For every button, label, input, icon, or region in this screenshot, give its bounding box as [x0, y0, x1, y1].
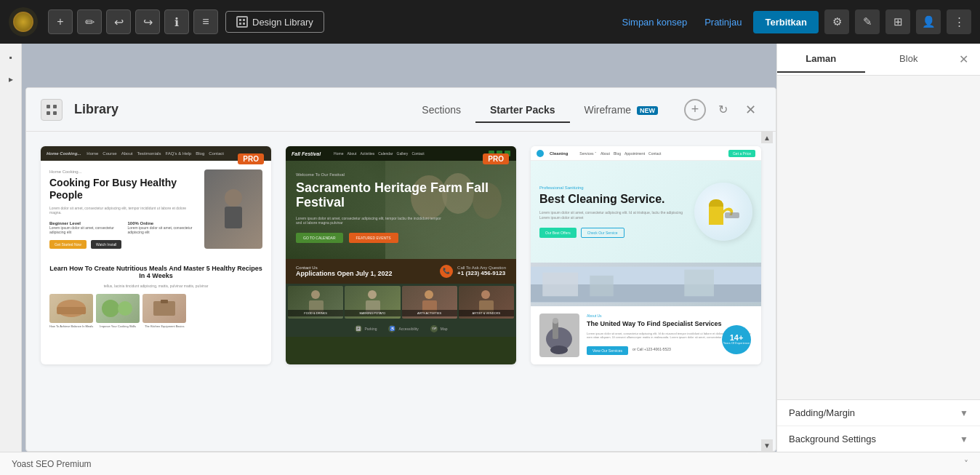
- right-panel: Laman Blok ✕ Padding/Margin ▼ Background…: [776, 44, 980, 452]
- festival-footer: 🅿 Parking ♿ Accessibility 🗺 Map: [286, 321, 516, 337]
- card-hero-left: Home Cooking... Cooking For Busy Healthy…: [49, 169, 198, 249]
- settings-button[interactable]: ⚙: [824, 9, 849, 34]
- cleaning-nav-cta[interactable]: Get a Price: [728, 150, 755, 157]
- card-body: Lorem dolor sit amet, consectetur adipis…: [49, 206, 198, 215]
- tab-starter-packs[interactable]: Starter Packs: [475, 98, 570, 123]
- tab-page[interactable]: Laman: [777, 46, 865, 73]
- add-block-button[interactable]: +: [48, 9, 73, 34]
- panel-bottom-sections: Padding/Margin ▼ Background Settings ▼: [777, 399, 980, 452]
- pen-tool-button[interactable]: ✏: [77, 9, 102, 34]
- redo-button[interactable]: ↪: [135, 9, 160, 34]
- padding-margin-chevron: ▼: [960, 408, 968, 418]
- festival-contact-right: 📞 Call To Ask Any Question +1 (323) 456-…: [440, 265, 506, 278]
- card-hero-buttons: Get Started Now Watch Install: [49, 240, 198, 249]
- glove-image: [694, 183, 752, 241]
- library-header: Library Sections Starter Packs Wireframe…: [26, 88, 776, 132]
- gallery-item-3: ARTS ACTIVITIES: [402, 286, 457, 319]
- card-hero: Home Cooking... Cooking For Busy Healthy…: [41, 161, 271, 258]
- svg-point-35: [553, 318, 558, 324]
- festival-brand: Fall Festival: [292, 151, 321, 156]
- library-close-button[interactable]: ✕: [739, 99, 761, 121]
- svg-rect-9: [225, 207, 242, 228]
- template-card-festival[interactable]: PRO Fall Festival Home About Activities …: [286, 146, 516, 364]
- cleaning-title: Best Cleaning Service.: [539, 193, 688, 206]
- bg-settings-section[interactable]: Background Settings ▼: [777, 426, 980, 452]
- tab-wireframe[interactable]: Wireframe NEW: [570, 98, 672, 123]
- card-btn-started[interactable]: Get Started Now: [49, 240, 87, 249]
- yoast-toggle[interactable]: ˅: [964, 459, 968, 469]
- list-button[interactable]: ≡: [193, 9, 218, 34]
- card-s2-images: How To Achieve Balance In Meals Improve …: [49, 294, 262, 328]
- festival-phone: Call To Ask Any Question +1 (323) 456-91…: [457, 266, 506, 276]
- card-nav: Home Cooking... HomeCourseAboutTestimoni…: [41, 146, 271, 161]
- right-panel-tabs: Laman Blok ✕: [777, 44, 980, 76]
- cleaning-hero-left: Professional Sanitizing Best Cleaning Se…: [539, 185, 688, 238]
- logo-icon: [13, 12, 33, 32]
- cleaning-s2-cta[interactable]: View Our Services: [587, 346, 628, 355]
- festival-nav-links: Home About Activities Calendar Gallery C…: [334, 151, 425, 156]
- gallery-label-2: MARKING POTATO: [345, 310, 400, 316]
- scroll-up-button[interactable]: ▲: [761, 132, 773, 143]
- svg-point-25: [481, 290, 490, 299]
- library-refresh-button[interactable]: ↻: [712, 99, 734, 121]
- festival-hero: Welcome To Our Festival Sacramento Herit…: [286, 161, 516, 259]
- cleaning-nav-links: Services ˅ About Blog Appointment Contac…: [579, 151, 661, 156]
- svg-rect-4: [47, 105, 50, 108]
- undo-button[interactable]: ↩: [106, 9, 131, 34]
- info-button[interactable]: ℹ: [164, 9, 189, 34]
- footer-accessibility: ♿ Accessibility: [388, 325, 418, 332]
- svg-rect-32: [684, 270, 714, 297]
- card-s2-body: tellus, lacinia tincidunt adipiscing, ma…: [49, 284, 262, 288]
- user-button[interactable]: 👤: [916, 9, 941, 34]
- site-logo[interactable]: [9, 7, 38, 36]
- publish-button[interactable]: Terbitkan: [753, 11, 819, 33]
- svg-rect-11: [57, 307, 86, 314]
- festival-contact: Contact Us Applications Open July 1, 202…: [286, 259, 516, 284]
- library-content[interactable]: PRO Home Cooking... HomeCourseAboutTesti…: [26, 132, 776, 451]
- cleaning-logo: [537, 150, 544, 157]
- svg-rect-31: [590, 276, 614, 296]
- design-library-button[interactable]: Design Library: [225, 11, 324, 33]
- footer-map: 🗺 Map: [430, 325, 448, 332]
- festival-btn-events[interactable]: FEATURED EVENTS: [349, 233, 398, 243]
- editor-button[interactable]: ✎: [855, 9, 880, 34]
- library-add-button[interactable]: +: [684, 99, 706, 121]
- save-draft-button[interactable]: Simpan konsep: [616, 14, 694, 31]
- panel-icon-1[interactable]: ▪: [3, 49, 19, 65]
- card-brand: Home Cooking...: [47, 151, 81, 156]
- svg-rect-7: [53, 111, 57, 115]
- right-panel-close-button[interactable]: ✕: [952, 49, 974, 71]
- cleaning-body: Lorem ipsum dolor sit amet, consectetur …: [539, 210, 688, 220]
- svg-rect-0: [239, 19, 241, 21]
- svg-point-12: [102, 300, 119, 317]
- cleaning-btn-service[interactable]: Check Our Service: [581, 228, 624, 238]
- tab-block[interactable]: Blok: [865, 46, 953, 73]
- scroll-down-button[interactable]: ▼: [761, 439, 773, 451]
- more-options-button[interactable]: ⋮: [947, 9, 971, 34]
- festival-nav: Fall Festival Home About Activities Cale…: [286, 146, 516, 161]
- cleaning-buttons: Our Best Offers Check Our Service: [539, 228, 688, 238]
- padding-margin-section[interactable]: Padding/Margin ▼: [777, 400, 980, 426]
- festival-buttons: GO TO CALENDAR FEATURED EVENTS: [296, 233, 506, 243]
- template-card-cleaning[interactable]: Cleaning Services ˅ About Blog Appointme…: [531, 146, 761, 364]
- library-modal: Library Sections Starter Packs Wireframe…: [25, 87, 776, 452]
- cleaning-subtitle: Professional Sanitizing: [539, 185, 688, 190]
- cleaning-room-image: [531, 263, 761, 306]
- editor-left-panel: ▪ ▸: [0, 44, 22, 452]
- cleaning-btn-offers[interactable]: Our Best Offers: [539, 228, 577, 238]
- card-btn-watch[interactable]: Watch Install: [91, 240, 121, 249]
- tab-sections[interactable]: Sections: [407, 98, 475, 123]
- card-stats: Beginner Level Lorem ipsum dolor sit ame…: [49, 221, 198, 234]
- library-header-actions: + ↻ ✕: [684, 99, 761, 121]
- template-card-cooking[interactable]: PRO Home Cooking... HomeCourseAboutTesti…: [41, 146, 271, 364]
- svg-rect-27: [725, 212, 739, 218]
- accessibility-icon: ♿: [388, 325, 395, 332]
- cleaning-hero: Professional Sanitizing Best Cleaning Se…: [531, 161, 761, 263]
- festival-body: Lorem ipsum dolor sit amet, consectetur …: [296, 216, 441, 225]
- festival-btn-calendar[interactable]: GO TO CALENDAR: [296, 233, 343, 243]
- preview-button[interactable]: Pratinjau: [699, 14, 747, 31]
- library-tabs: Sections Starter Packs Wireframe NEW: [407, 97, 672, 122]
- svg-rect-1: [243, 19, 245, 21]
- panel-icon-2[interactable]: ▸: [3, 71, 19, 87]
- layout-button[interactable]: ⊞: [885, 9, 910, 34]
